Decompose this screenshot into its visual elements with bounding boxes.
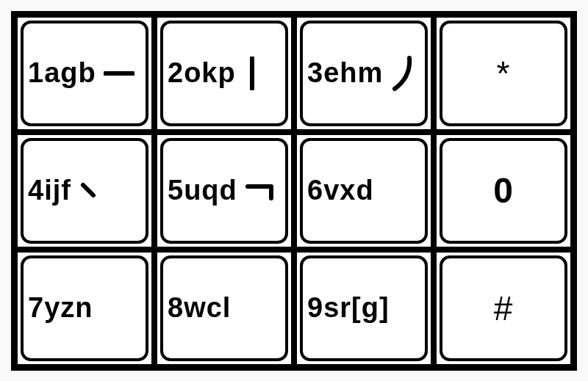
key-7[interactable]: 7yzn — [15, 250, 154, 367]
key-2-label: 2okp — [168, 57, 236, 89]
svg-line-2 — [83, 185, 93, 195]
key-7-label: 7yzn — [28, 292, 93, 324]
key-1-label: 1agb — [28, 57, 96, 89]
key-hash[interactable]: # — [434, 250, 573, 367]
key-6[interactable]: 6vxd — [294, 132, 434, 250]
key-4-label: 4ijf — [28, 175, 71, 206]
key-8[interactable]: 8wcl — [154, 250, 294, 367]
key-4[interactable]: 4ijf — [15, 132, 154, 250]
key-5-label: 5uqd — [168, 175, 237, 206]
shu-stroke-icon — [243, 57, 261, 90]
key-3-label: 3ehm — [307, 57, 383, 89]
dian-stroke-icon — [79, 181, 99, 201]
key-6-label: 6vxd — [307, 175, 374, 206]
key-0[interactable]: 0 — [434, 132, 573, 250]
pie-stroke-icon — [390, 55, 417, 92]
keypad: 1agb 2okp 3ehm * 4ijf 5uqd — [11, 11, 577, 371]
key-3[interactable]: 3ehm — [294, 15, 434, 132]
key-2[interactable]: 2okp — [154, 15, 294, 132]
key-9[interactable]: 9sr[g] — [294, 250, 434, 367]
key-9-label: 9sr[g] — [307, 292, 390, 324]
zhe-stroke-icon — [245, 179, 277, 203]
key-8-label: 8wcl — [168, 292, 231, 324]
key-star-label: * — [497, 54, 511, 93]
key-0-label: 0 — [493, 170, 514, 211]
key-1[interactable]: 1agb — [15, 15, 154, 132]
key-hash-label: # — [494, 289, 514, 328]
key-star[interactable]: * — [434, 15, 573, 132]
heng-stroke-icon — [104, 59, 135, 88]
key-5[interactable]: 5uqd — [154, 132, 294, 250]
